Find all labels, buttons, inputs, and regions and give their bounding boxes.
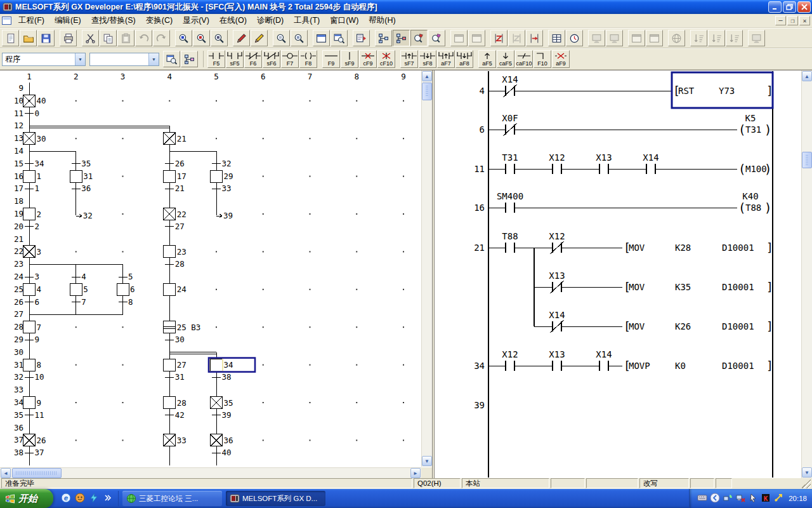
toolbar-button-find-string[interactable]	[211, 30, 228, 46]
toolbar-button-open-project[interactable]	[20, 30, 37, 46]
toolbar-button-copy[interactable]	[100, 30, 117, 46]
toolbar-button-redo[interactable]	[153, 30, 170, 46]
toolbar-button-cut[interactable]	[82, 30, 99, 46]
toolbar-button-project-parameter-tree[interactable]	[181, 51, 198, 67]
menu-item-6[interactable]: 诊断(D)	[252, 14, 289, 27]
sfc-transition[interactable]: 35	[72, 159, 91, 168]
sfc-transition[interactable]: 8	[119, 297, 133, 307]
fkey-button-vertical-line[interactable]: sF9	[341, 50, 358, 68]
sfc-step[interactable]: 28	[164, 397, 187, 409]
minimize-button[interactable]	[768, 1, 782, 13]
sfc-step[interactable]: 36	[211, 434, 233, 446]
toolbar-button-sort-descending[interactable]	[708, 30, 725, 46]
toolbar-button-new-project[interactable]	[2, 30, 19, 46]
menu-item-8[interactable]: 窗口(W)	[325, 14, 363, 27]
sfc-transition[interactable]: 10	[25, 372, 44, 382]
sfc-transition[interactable]: 40	[212, 448, 232, 457]
ladder-rung-16[interactable]: 16SM400(T88)K40	[474, 191, 771, 215]
sfc-transition[interactable]: 0	[25, 109, 39, 118]
sfc-step[interactable]: 40	[23, 95, 46, 107]
toolbar-button-find-instruction[interactable]	[193, 30, 210, 46]
toolbar-button-full-screen[interactable]	[748, 30, 765, 46]
menu-item-4[interactable]: 显示(V)	[178, 14, 214, 27]
fkey-button-application-instruction[interactable]: F8	[299, 50, 317, 68]
fkey-button-delete-vertical-line[interactable]: cF10	[377, 50, 395, 68]
mdi-minimize-button[interactable]: ─	[775, 16, 786, 25]
sfc-vscroll-thumb[interactable]	[422, 83, 432, 100]
scroll-down-icon[interactable]: ▼	[422, 456, 432, 466]
scroll-up-icon[interactable]: ▲	[802, 71, 812, 81]
toolbar-button-print[interactable]	[60, 30, 77, 46]
fkey-button-parallel-falling-pulse[interactable]: aF8	[455, 50, 473, 68]
toolbar-button-transfer-read[interactable]	[588, 30, 605, 46]
sfc-transition[interactable]: 39	[212, 410, 232, 420]
fkey-button-coil[interactable]: F7	[281, 50, 299, 68]
sfc-diagram[interactable]: 1234567899101112131415161718192021222324…	[1, 71, 421, 467]
toolbar-button-screen-size[interactable]	[313, 30, 330, 46]
sfc-step[interactable]: 29	[211, 170, 233, 182]
toolbar-button-monitor-start[interactable]	[450, 30, 468, 46]
combo-dropdown-icon[interactable]: ▼	[148, 53, 159, 65]
sfc-transition[interactable]: 30	[165, 335, 185, 344]
toolbar-button-transfer-write[interactable]	[606, 30, 623, 46]
toolbar-button-block-list[interactable]	[548, 30, 565, 46]
mdi-close-button[interactable]: ✕	[799, 16, 810, 25]
menu-item-5[interactable]: 在线(O)	[214, 14, 252, 27]
fkey-button-rising-edge[interactable]: aF5	[478, 50, 496, 68]
scroll-left-icon[interactable]: ◄	[1, 468, 11, 478]
sfc-transition[interactable]: 5	[119, 272, 133, 281]
sfc-step[interactable]: 31	[70, 170, 93, 182]
device-combo[interactable]: ▼	[89, 53, 159, 66]
sfc-transition[interactable]: 34	[25, 159, 44, 168]
sfc-transition[interactable]: 31	[165, 372, 185, 382]
sfc-step[interactable]: 9	[23, 397, 42, 409]
quick-launch-qq-icon[interactable]	[75, 493, 85, 505]
ladder-rung-4[interactable]: 4X14[RSTY73]	[480, 74, 773, 97]
sfc-step[interactable]: 30	[23, 133, 46, 145]
sfc-step[interactable]: 2	[23, 208, 42, 220]
start-button[interactable]: 开始	[0, 489, 53, 508]
fkey-button-delete-horizontal-line[interactable]: cF9	[359, 50, 377, 68]
fkey-button-falling-pulse[interactable]: sF8	[419, 50, 436, 68]
combo-dropdown-icon[interactable]: ▼	[75, 53, 85, 65]
sfc-step[interactable]: 27	[164, 359, 187, 371]
menu-item-1[interactable]: 编辑(E)	[49, 14, 86, 27]
sfc-step[interactable]: 21	[164, 133, 187, 145]
mdi-restore-button[interactable]: ❐	[787, 16, 798, 25]
toolbar-button-find-device[interactable]	[175, 30, 192, 46]
scroll-up-icon[interactable]: ▲	[422, 71, 432, 81]
sfc-step[interactable]: 5	[70, 283, 88, 295]
toolbar-button-monitor-stop[interactable]	[468, 30, 485, 46]
taskbar-task-0[interactable]: 三菱工控论坛 三...	[122, 491, 222, 506]
fkey-button-falling-edge[interactable]: caF5	[497, 50, 514, 68]
toolbar-button-zoom-display[interactable]	[331, 30, 348, 46]
sfc-transition[interactable]: 11	[25, 410, 44, 420]
ladder-diagram[interactable]: 4X14[RSTY73]6X0F(T31)K511T31X12X13X14(M1…	[435, 71, 802, 478]
toolbar-button-replace-device[interactable]	[233, 30, 250, 46]
sfc-transition[interactable]: 28	[165, 259, 185, 269]
quick-launch-internet-explorer-icon[interactable]: e	[61, 493, 71, 505]
sfc-hscroll-thumb[interactable]	[12, 468, 62, 478]
sfc-step[interactable]: 17	[164, 170, 187, 182]
sfc-transition[interactable]: 4	[72, 272, 86, 281]
ladder-vscroll-thumb[interactable]	[802, 152, 812, 168]
sfc-transition[interactable]: 38	[212, 372, 232, 382]
toolbar-button-statement-display[interactable]	[393, 30, 410, 46]
tray-network-icon[interactable]	[723, 493, 733, 505]
tray-keyboard-icon[interactable]	[697, 493, 707, 505]
fkey-button-rising-pulse[interactable]: sF7	[400, 50, 418, 68]
menu-item-9[interactable]: 帮助(H)	[363, 14, 400, 27]
toolbar-button-zoom-out[interactable]	[273, 30, 290, 46]
sfc-step[interactable]: 7	[23, 321, 42, 333]
sfc-jump[interactable]: 39	[216, 211, 233, 220]
tray-input-tool-icon[interactable]	[773, 493, 783, 505]
sfc-transition[interactable]: 1	[25, 184, 39, 193]
toolbar-button-device-test-write[interactable]	[490, 30, 508, 46]
scroll-down-icon[interactable]: ▼	[802, 467, 812, 478]
fkey-button-parallel-closed-contact[interactable]: sF6	[263, 50, 280, 68]
sfc-transition[interactable]: 36	[72, 184, 91, 193]
toolbar-button-time-chart[interactable]	[566, 30, 583, 46]
sfc-step[interactable]: 22	[164, 208, 187, 220]
toolbar-button-replace-string[interactable]	[251, 30, 268, 46]
ladder-rung-11[interactable]: 11T31X12X13X14(M100)	[474, 152, 771, 176]
